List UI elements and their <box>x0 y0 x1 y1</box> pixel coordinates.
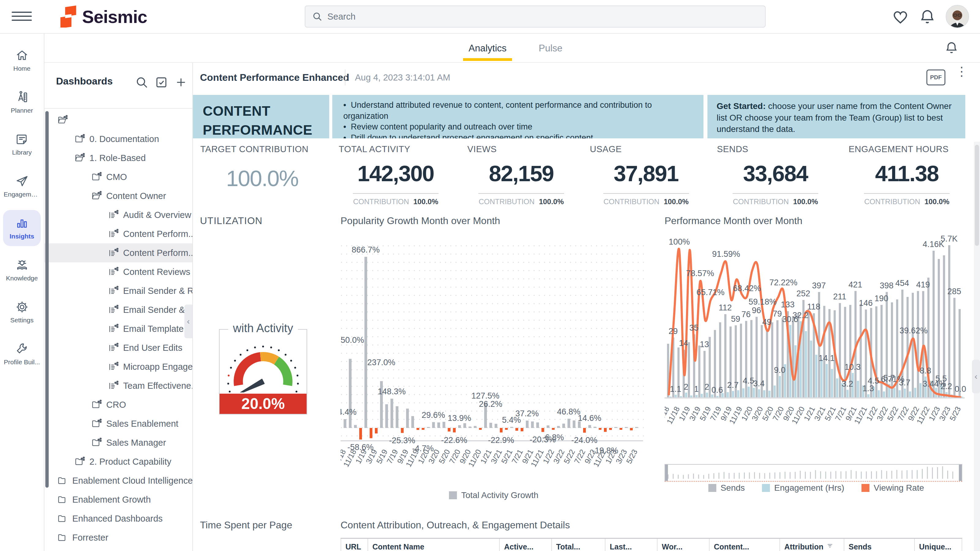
folder-icon <box>57 513 68 524</box>
tree-item-enablement-growth[interactable]: Enablement Growth <box>45 490 192 509</box>
page-bell-icon[interactable] <box>945 41 959 55</box>
legend-item[interactable]: Engagement (Hrs) <box>762 483 844 493</box>
table-header-content-name[interactable]: Content Name <box>368 539 500 551</box>
tree-item-content-perform[interactable]: Content Perform... <box>45 224 192 243</box>
table-header-url[interactable]: URL <box>340 539 368 551</box>
tree-item-team-effectivene[interactable]: Team Effectivene... <box>45 376 192 395</box>
table-header-total-[interactable]: Total... <box>552 539 605 551</box>
tree-item-end-user-edits[interactable]: End User Edits <box>45 338 192 357</box>
tree-item-email-template-p[interactable]: Email Template P... <box>45 319 192 338</box>
svg-text:7/21: 7/21 <box>833 405 848 422</box>
notifications-bell-icon[interactable] <box>919 9 936 26</box>
svg-text:5/19: 5/19 <box>698 405 713 422</box>
svg-text:72.22%: 72.22% <box>769 278 797 287</box>
rail-item-engagements[interactable]: Engagements <box>3 168 41 204</box>
favorites-heart-icon[interactable] <box>892 9 909 26</box>
kpi-value: 411.38 <box>841 161 972 186</box>
table-header-attribution[interactable]: Attribution <box>780 539 844 551</box>
tree-item-1-role-based[interactable]: 1. Role-Based <box>45 148 192 167</box>
tree-item-label: Email Template P... <box>123 324 193 334</box>
tree-item-2-product-capability[interactable]: 2. Product Capability <box>45 452 192 471</box>
tree-item-sales-manager[interactable]: Sales Manager <box>45 433 192 452</box>
svg-text:285: 285 <box>947 287 961 296</box>
carousel-collapse-handle[interactable]: ‹ <box>972 360 980 393</box>
tab-pulse[interactable]: Pulse <box>539 34 563 63</box>
svg-text:5/19: 5/19 <box>375 448 389 465</box>
legend-item[interactable]: Viewing Rate <box>861 483 924 493</box>
tree-item-microapp-engage[interactable]: Microapp Engage... <box>45 357 192 376</box>
rail-item-knowledge[interactable]: Knowledge <box>3 252 41 288</box>
svg-text:100%: 100% <box>668 237 690 246</box>
svg-text:-22.6%: -22.6% <box>441 436 467 445</box>
add-dashboard-icon[interactable] <box>174 76 188 89</box>
tab-analytics[interactable]: Analytics <box>469 34 506 63</box>
legend-item[interactable]: Total Activity Growth <box>449 491 538 500</box>
global-search[interactable] <box>305 5 766 27</box>
kpi-sends: SENDS33,684CONTRIBUTION100.0% <box>710 142 841 212</box>
tree-item-content-reviews[interactable]: Content Reviews <box>45 262 192 281</box>
export-pdf-button[interactable]: PDF <box>926 70 945 86</box>
range-slider-right-handle[interactable] <box>959 465 962 481</box>
table-header-unique-[interactable]: Unique... <box>915 539 962 551</box>
rail-item-library[interactable]: Library <box>3 126 41 162</box>
tree-item-0-documentation[interactable]: 0. Documentation <box>45 130 192 148</box>
tree-item-enhanced-dashboards[interactable]: Enhanced Dashboards <box>45 509 192 528</box>
tree-item-forrester[interactable]: Forrester <box>45 528 192 547</box>
search-input[interactable] <box>328 12 758 22</box>
range-slider[interactable] <box>665 464 962 482</box>
tree-item-sales-enablement[interactable]: Sales Enablement <box>45 414 192 433</box>
tree-search-icon[interactable] <box>135 76 148 89</box>
multi-select-icon[interactable] <box>155 76 168 89</box>
panel-collapse-handle[interactable]: ‹ <box>185 305 192 338</box>
rail-item-home[interactable]: Home <box>3 42 41 78</box>
legend-item[interactable]: Sends <box>708 483 745 493</box>
tree-item-enablement-cloud-intelligence[interactable]: Enablement Cloud Intelligence <box>45 471 192 490</box>
dashboard-icon <box>108 380 119 391</box>
svg-text:1/20: 1/20 <box>740 405 754 422</box>
table-header-last-[interactable]: Last... <box>605 539 657 551</box>
range-slider-left-handle[interactable] <box>665 465 668 481</box>
svg-text:68.42%: 68.42% <box>733 284 761 293</box>
svg-text:3/23: 3/23 <box>937 405 952 422</box>
rail-item-planner[interactable]: Planner <box>3 84 41 120</box>
svg-text:1/19: 1/19 <box>677 405 692 422</box>
top-bar: Seismic <box>0 0 980 34</box>
kpi-contribution: CONTRIBUTION100.0% <box>331 197 460 206</box>
tree-item-cro[interactable]: CRO <box>45 395 192 414</box>
svg-text:350.0%: 350.0% <box>340 335 364 345</box>
tree-item-content-perform[interactable]: Content Perform... <box>45 243 192 262</box>
user-avatar[interactable] <box>946 5 969 28</box>
rail-item-profile-buil-[interactable]: Profile Buil... <box>3 336 41 372</box>
table-header-active-[interactable]: Active... <box>500 539 552 551</box>
popularity-plot[interactable]: 44.4%350.0%-58.6%866.7%237.0%148.3%-25.3… <box>340 229 647 489</box>
svg-text:78.57%: 78.57% <box>686 269 714 278</box>
svg-text:397: 397 <box>812 281 826 290</box>
tree-item-email-sender-r[interactable]: Email Sender & R... <box>45 300 192 319</box>
rail-item-settings[interactable]: Settings <box>3 294 41 330</box>
svg-text:866.7%: 866.7% <box>352 245 380 254</box>
svg-text:7/20: 7/20 <box>447 448 462 465</box>
knowledge-icon <box>15 258 29 272</box>
tree-item-audit-overview[interactable]: Audit & Overview <box>45 205 192 224</box>
tree-scrollbar[interactable] <box>45 111 49 487</box>
gauge-title: with Activity <box>228 322 298 335</box>
tree-item-email-sender-r[interactable]: Email Sender & R... <box>45 281 192 300</box>
table-header-sends[interactable]: Sends <box>844 539 915 551</box>
tree-item-label: Enhanced Dashboards <box>72 514 162 524</box>
banner-bullet: • Understand attributed revenue to conte… <box>343 100 693 122</box>
dashboard-scrollbar[interactable]: ‹ <box>974 142 980 551</box>
more-options-icon[interactable]: ⋮ <box>956 68 965 87</box>
svg-text:59.18%: 59.18% <box>748 297 776 306</box>
tree-item-seismic-managed[interactable] <box>45 111 192 130</box>
performance-plot[interactable]: 2914351311259769649791332521183972114211… <box>665 229 968 462</box>
performance-chart: Performance Month over Month 29143513112… <box>665 215 968 493</box>
table-header-content-[interactable]: Content... <box>710 539 780 551</box>
svg-text:13: 13 <box>700 340 709 349</box>
tree-item-cmo[interactable]: CMO <box>45 167 192 186</box>
table-header-wor-[interactable]: Wor... <box>657 539 710 551</box>
hamburger-menu-icon[interactable] <box>12 12 32 23</box>
tree-item-partial[interactable] <box>45 547 192 551</box>
svg-text:211: 211 <box>833 292 846 301</box>
rail-item-insights[interactable]: Insights <box>3 210 41 246</box>
tree-item-content-owner[interactable]: Content Owner <box>45 186 192 205</box>
